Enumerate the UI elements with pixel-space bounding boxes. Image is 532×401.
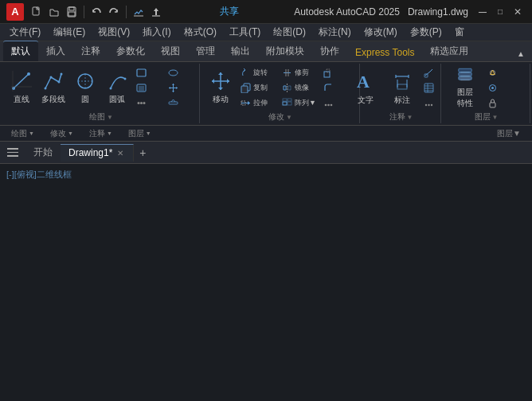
annotation-panel-arrow: ▼ [107, 130, 112, 136]
hatch-button[interactable] [134, 80, 164, 95]
drawing1-tab-close[interactable]: ✕ [115, 148, 125, 158]
menu-file[interactable]: 文件(F) [3, 24, 47, 41]
tab-view[interactable]: 视图 [153, 41, 188, 61]
layers-panel-arrow: ▼ [146, 130, 151, 136]
new-tab-button[interactable]: + [134, 144, 151, 162]
svg-rect-69 [490, 103, 495, 107]
modify-group: 移动 旋转 复制 [201, 64, 360, 123]
annotation-expand-icon: ▼ [407, 114, 413, 121]
move-label: 移动 [213, 94, 229, 105]
svg-point-12 [61, 72, 63, 75]
text-tool-button[interactable]: A 文字 [348, 66, 383, 109]
svg-rect-61 [458, 72, 471, 76]
menu-view[interactable]: 视图(V) [92, 24, 136, 41]
minimize-button[interactable]: ─ [475, 4, 491, 20]
menu-modify[interactable]: 修改(M) [358, 24, 404, 41]
menu-insert[interactable]: 插入(I) [136, 24, 177, 41]
drawing-group-label[interactable]: 绘图 ▼ [89, 111, 113, 124]
separator [84, 6, 84, 18]
menu-format[interactable]: 格式(O) [178, 24, 223, 41]
drawing1-tab[interactable]: Drawing1* ✕ [61, 144, 134, 162]
properties-panel-label[interactable]: 图层▼ [489, 128, 529, 139]
stretch-button[interactable]: 拉伸 [238, 95, 278, 110]
ribbon-collapse-button[interactable]: ▲ [513, 45, 529, 61]
tab-featured[interactable]: 精选应用 [422, 41, 476, 61]
quick-access-toolbar [29, 4, 164, 20]
tab-manage[interactable]: 管理 [188, 41, 223, 61]
point-button[interactable] [166, 95, 196, 110]
tab-default[interactable]: 默认 [3, 41, 38, 61]
svg-point-11 [58, 80, 61, 83]
extra-draw-tools [134, 65, 164, 110]
separator2 [126, 6, 127, 18]
tab-output[interactable]: 输出 [223, 41, 258, 61]
publish-button[interactable] [148, 4, 164, 20]
tab-collaborate[interactable]: 协作 [312, 41, 347, 61]
modify-group-label[interactable]: 修改 ▼ [268, 111, 292, 124]
import-button[interactable] [131, 4, 147, 20]
move-button[interactable] [166, 80, 196, 95]
share-label[interactable]: 共享 [220, 6, 239, 17]
polyline-tool-button[interactable]: 多段线 [38, 66, 68, 109]
more-draw-button[interactable] [134, 95, 164, 110]
svg-rect-38 [288, 99, 291, 101]
layer-freeze-button[interactable] [485, 65, 526, 80]
more-draw-tools [166, 65, 196, 110]
drawing-panel-label[interactable]: 绘图 ▼ [3, 128, 42, 139]
move-tool-button[interactable]: 移动 [205, 66, 237, 109]
drawing-group: 直线 多段线 圆 [3, 64, 200, 123]
menu-tools[interactable]: 工具(T) [223, 24, 267, 41]
circle-tool-button[interactable]: 圆 [70, 66, 100, 109]
hamburger-menu[interactable] [3, 143, 22, 162]
annotation-group-label[interactable]: 注释 ▼ [389, 111, 413, 124]
hamburger-line2 [7, 152, 18, 154]
svg-point-58 [428, 103, 429, 105]
tab-insert[interactable]: 插入 [38, 41, 73, 61]
svg-point-57 [424, 103, 426, 105]
ellipse-button[interactable] [166, 65, 196, 80]
layer-properties-button[interactable]: 图层特性 [447, 66, 483, 109]
svg-point-24 [140, 102, 143, 104]
trim-button[interactable]: 修剪 [280, 65, 319, 80]
array-button[interactable]: 阵列▼ [280, 95, 319, 110]
rotate-button[interactable]: 旋转 [238, 65, 278, 80]
modify-panel-label[interactable]: 修改 ▼ [42, 128, 81, 139]
circle-label: 圆 [81, 94, 89, 105]
canvas-area[interactable]: [-][俯视]二维线框 [0, 164, 532, 401]
mirror-button[interactable]: 镜像 [280, 80, 319, 95]
arc-tool-button[interactable]: 圆弧 [102, 66, 132, 109]
undo-button[interactable] [88, 4, 104, 20]
redo-button[interactable] [106, 4, 122, 20]
app-logo[interactable]: A [6, 3, 24, 21]
tab-parametric[interactable]: 参数化 [108, 41, 153, 61]
tab-express-tools[interactable]: Express Tools [347, 44, 422, 61]
new-button[interactable] [29, 4, 45, 20]
maximize-button[interactable]: □ [492, 4, 508, 20]
arc-label: 圆弧 [109, 94, 125, 105]
menu-edit[interactable]: 编辑(E) [47, 24, 92, 41]
menu-params[interactable]: 参数(P) [404, 24, 448, 41]
menu-window[interactable]: 窗 [448, 24, 471, 41]
svg-rect-35 [283, 102, 287, 105]
layers-group-label[interactable]: 图层 ▼ [475, 111, 499, 124]
svg-point-23 [138, 102, 140, 104]
dimension-tool-button[interactable]: 标注 [385, 66, 420, 109]
start-tab[interactable]: 开始 [25, 144, 61, 162]
annotation-panel-label[interactable]: 注释 ▼ [81, 128, 120, 139]
tab-addins[interactable]: 附加模块 [258, 41, 312, 61]
close-button[interactable]: ✕ [510, 4, 526, 20]
layers-panel-label[interactable]: 图层 ▼ [120, 128, 159, 139]
view-label[interactable]: [-][俯视]二维线框 [6, 169, 72, 181]
tab-annotation[interactable]: 注释 [73, 41, 108, 61]
svg-point-68 [491, 87, 494, 89]
rectangle-button[interactable] [134, 65, 164, 80]
line-tool-button[interactable]: 直线 [6, 66, 37, 109]
layer-on-button[interactable] [485, 80, 526, 95]
open-button[interactable] [46, 4, 62, 20]
layer-lock-button[interactable] [485, 95, 526, 110]
copy-button[interactable]: 复制 [238, 80, 278, 95]
menu-draw[interactable]: 绘图(D) [267, 24, 312, 41]
svg-point-42 [327, 103, 330, 106]
menu-dimension[interactable]: 标注(N) [312, 24, 358, 41]
save-button[interactable] [64, 4, 80, 20]
